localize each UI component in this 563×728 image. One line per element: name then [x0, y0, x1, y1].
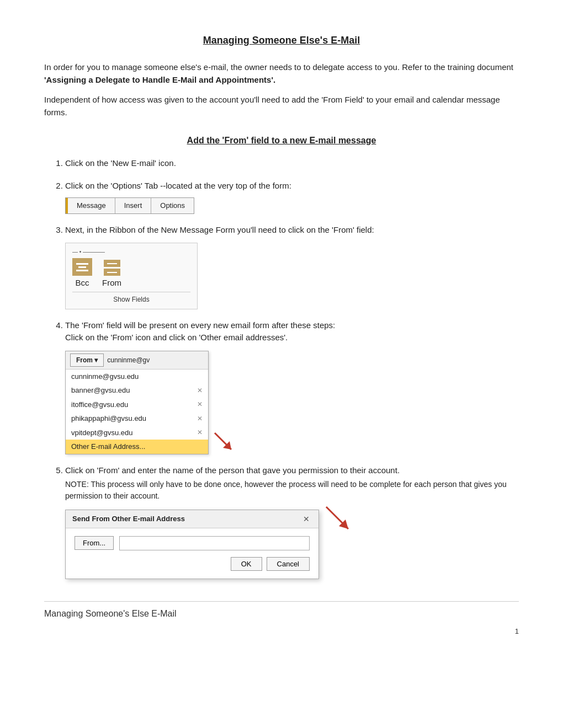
step-4-subtext: Click on the 'From' icon and click on 'O…	[65, 333, 288, 342]
dialog-titlebar: Send From Other E-mail Address ✕	[66, 510, 318, 528]
tab-message[interactable]: Message	[68, 198, 115, 213]
dropdown-item-2[interactable]: itoffice@gvsu.edu ✕	[66, 398, 208, 412]
section-title: Add the 'From' field to a new E-mail mes…	[44, 134, 519, 147]
from-dropdown-btn[interactable]: From ▾	[70, 354, 104, 367]
from-dropdown-header: From ▾ cunninme@gv	[66, 351, 208, 370]
ribbon-top-bar: — • ————	[72, 248, 190, 256]
from-icon-group: From	[102, 260, 121, 290]
dialog-container: Send From Other E-mail Address ✕ From...…	[65, 504, 519, 579]
dropdown-x-2[interactable]: ✕	[197, 399, 203, 409]
step-5-note: NOTE: This process will only have to be …	[65, 479, 519, 502]
red-arrow-icon	[212, 430, 234, 452]
step-3: Next, in the Ribbon of the New Message F…	[65, 224, 519, 309]
tab-insert[interactable]: Insert	[115, 198, 152, 213]
from-icon-bottom	[104, 269, 120, 276]
tab-options[interactable]: Options	[151, 198, 194, 213]
from-small-icons	[104, 260, 120, 276]
step-2: Click on the 'Options' Tab --located at …	[65, 180, 519, 214]
dialog-buttons-row: OK Cancel	[75, 557, 310, 571]
dropdown-email-1: banner@gvsu.edu	[71, 385, 130, 396]
dropdown-email-0: cunninme@gvsu.edu	[71, 371, 139, 382]
from-icon-top	[104, 260, 120, 267]
footer-label: Managing Someone's Else E-Mail	[44, 601, 519, 620]
dropdown-item-1[interactable]: banner@gvsu.edu ✕	[66, 383, 208, 398]
ribbon-top-text: — • ————	[72, 248, 105, 256]
intro-paragraph-2: Independent of how access was given to t…	[44, 94, 519, 119]
dialog-from-button[interactable]: From...	[75, 536, 114, 550]
step-5: Click on 'From' and enter the name of th…	[65, 464, 519, 579]
dropdown-item-4[interactable]: vpitdept@gvsu.edu ✕	[66, 426, 208, 440]
dropdown-email-4: vpitdept@gvsu.edu	[71, 427, 133, 438]
dialog-ok-button[interactable]: OK	[231, 557, 262, 571]
bcc-icon-group: Bcc	[72, 258, 92, 290]
dropdown-email-2: itoffice@gvsu.edu	[71, 399, 128, 410]
red-arrow-dialog-icon	[323, 504, 351, 532]
from-current-user: cunninme@gv	[107, 355, 150, 365]
dropdown-container: From ▾ cunninme@gv cunninme@gvsu.edu ban…	[65, 346, 519, 454]
step-1: Click on the 'New E-mail' icon.	[65, 157, 519, 170]
icon-line-3	[76, 270, 88, 271]
from-dropdown-mockup: From ▾ cunninme@gv cunninme@gvsu.edu ban…	[65, 351, 209, 454]
dialog-from-row: From...	[75, 536, 310, 550]
intro-text-1: In order for you to manage someone else'…	[44, 62, 513, 72]
steps-list: Click on the 'New E-mail' icon. Click on…	[44, 157, 519, 579]
show-fields-text: Show Fields	[113, 296, 149, 303]
page-number: 1	[44, 626, 519, 637]
dropdown-email-5: Other E-mail Address...	[71, 441, 145, 452]
dropdown-item-3[interactable]: phikappaphi@gvsu.edu ✕	[66, 411, 208, 426]
tabs-mockup: Message Insert Options	[65, 197, 194, 214]
dropdown-x-3[interactable]: ✕	[197, 414, 203, 424]
ribbon-icons-row: Bcc From	[72, 258, 190, 290]
dropdown-x-1[interactable]: ✕	[197, 386, 203, 395]
from-label: From	[102, 277, 121, 290]
dropdown-x-4[interactable]: ✕	[197, 427, 203, 437]
dropdown-email-3: phikappaphi@gvsu.edu	[71, 413, 146, 424]
step-3-text: Next, in the Ribbon of the New Message F…	[65, 224, 519, 237]
page-title: Managing Someone Else's E-Mail	[44, 33, 519, 48]
show-fields-bar: Show Fields	[72, 292, 190, 304]
intro-bold: 'Assigning a Delegate to Handle E-Mail a…	[44, 75, 275, 84]
from-line-1	[107, 263, 117, 264]
dialog-body: From... OK Cancel	[66, 528, 318, 579]
step-4: The 'From' field will be present on ever…	[65, 319, 519, 454]
dialog-close-button[interactable]: ✕	[301, 515, 312, 523]
bcc-big-icon	[72, 258, 92, 276]
step-5-text: Click on 'From' and enter the name of th…	[65, 464, 519, 477]
dialog-cancel-button[interactable]: Cancel	[267, 557, 310, 571]
step-4-text: The 'From' field will be present on ever…	[65, 319, 519, 344]
dialog-from-input[interactable]	[119, 536, 310, 550]
dialog-mockup: Send From Other E-mail Address ✕ From...…	[65, 510, 319, 579]
dropdown-item-0[interactable]: cunninme@gvsu.edu	[66, 370, 208, 384]
icon-line-2	[78, 266, 86, 268]
intro-paragraph-1: In order for you to manage someone else'…	[44, 61, 519, 86]
dropdown-item-5[interactable]: Other E-mail Address...	[66, 440, 208, 454]
dialog-title: Send From Other E-mail Address	[72, 513, 185, 524]
step-1-text: Click on the 'New E-mail' icon.	[65, 158, 176, 168]
from-line-2	[107, 272, 117, 273]
bcc-label: Bcc	[75, 277, 89, 290]
icon-line-1	[76, 263, 88, 265]
ribbon-mockup: — • ———— Bcc	[65, 243, 198, 309]
step-2-text: Click on the 'Options' Tab --located at …	[65, 180, 519, 192]
